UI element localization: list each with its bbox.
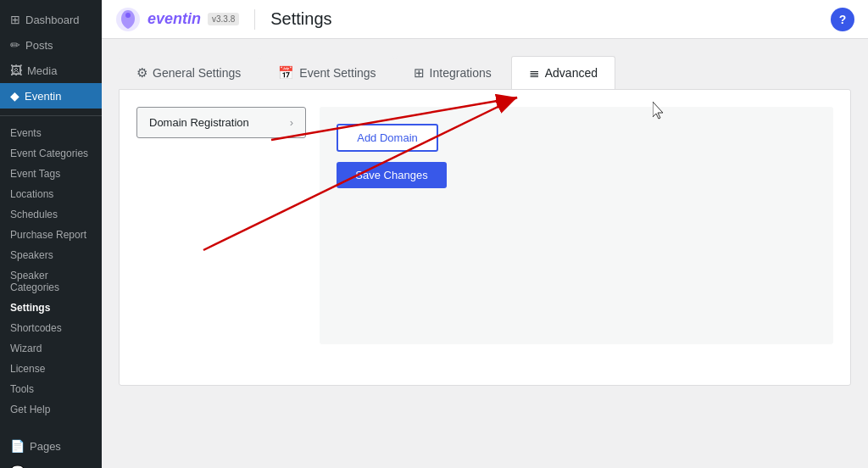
tab-event-settings[interactable]: 📅 Event Settings: [260, 56, 393, 89]
domain-registration-label: Domain Registration: [149, 116, 249, 129]
logo-name: eventin: [147, 10, 201, 28]
advanced-icon: ≣: [529, 65, 540, 81]
sidebar-menu-shortcodes[interactable]: Shortcodes: [0, 318, 102, 338]
sidebar-item-posts[interactable]: ✏ Posts: [0, 32, 102, 58]
content-area: ⚙ General Settings 📅 Event Settings ⊞ In…: [102, 39, 868, 468]
sidebar-item-eventin[interactable]: ◆ Eventin: [0, 83, 102, 109]
settings-content-area: Add Domain Save Changes: [320, 107, 833, 344]
sidebar-menu-wizard[interactable]: Wizard: [0, 338, 102, 359]
help-button[interactable]: ?: [831, 8, 854, 31]
settings-layout: Domain Registration › Add Domain Save Ch…: [136, 107, 833, 344]
sidebar: ⊞ Dashboard ✏ Posts 🖼 Media ◆ Eventin Ev…: [0, 0, 102, 468]
svg-point-1: [125, 13, 131, 18]
comments-icon: 💬: [10, 465, 25, 468]
eventin-icon: ◆: [10, 89, 19, 103]
tab-integrations[interactable]: ⊞ Integrations: [396, 56, 509, 89]
general-settings-icon: ⚙: [136, 65, 147, 81]
sidebar-item-label: Pages: [30, 440, 61, 453]
sidebar-item-label: Dashboard: [25, 14, 80, 26]
chevron-right-icon: ›: [290, 116, 293, 129]
tab-label: Advanced: [545, 66, 598, 80]
sidebar-menu-locations[interactable]: Locations: [0, 184, 102, 204]
sidebar-item-comments[interactable]: 💬 Comments: [0, 459, 102, 468]
posts-icon: ✏: [10, 38, 20, 52]
save-changes-button[interactable]: Save Changes: [337, 162, 447, 188]
tab-label: General Settings: [153, 66, 241, 80]
buttons-row: Add Domain Save Changes: [337, 124, 816, 188]
sidebar-item-label: Eventin: [25, 90, 61, 103]
page-title: Settings: [270, 9, 331, 29]
settings-sidebar: Domain Registration ›: [136, 107, 306, 344]
event-settings-icon: 📅: [278, 65, 294, 81]
eventin-submenu: Events Event Categories Event Tags Locat…: [0, 116, 102, 426]
pages-icon: 📄: [10, 439, 25, 453]
settings-tabs: ⚙ General Settings 📅 Event Settings ⊞ In…: [119, 56, 851, 89]
sidebar-menu-settings[interactable]: Settings: [0, 298, 102, 318]
logo-area: eventin v3.3.8: [115, 7, 239, 32]
tab-label: Integrations: [430, 66, 492, 80]
sidebar-item-label: Media: [27, 64, 57, 77]
version-badge: v3.3.8: [208, 13, 239, 25]
sidebar-menu-speakers[interactable]: Speakers: [0, 245, 102, 265]
media-icon: 🖼: [10, 64, 22, 77]
settings-panel: Domain Registration › Add Domain Save Ch…: [119, 89, 851, 386]
sidebar-menu-speaker-categories[interactable]: Speaker Categories: [0, 265, 102, 298]
eventin-logo-icon: [115, 7, 141, 32]
sidebar-menu-tools[interactable]: Tools: [0, 379, 102, 399]
topbar: eventin v3.3.8 Settings ?: [102, 0, 868, 39]
sidebar-menu-purchase-report[interactable]: Purchase Report: [0, 225, 102, 245]
add-domain-button[interactable]: Add Domain: [337, 124, 438, 152]
sidebar-item-pages[interactable]: 📄 Pages: [0, 433, 102, 459]
page-wrapper: eventin v3.3.8 Settings ? ⚙ General Sett…: [102, 0, 868, 468]
sidebar-menu-get-help[interactable]: Get Help: [0, 399, 102, 420]
sidebar-item-media[interactable]: 🖼 Media: [0, 58, 102, 83]
main-content: eventin v3.3.8 Settings ? ⚙ General Sett…: [102, 0, 868, 468]
sidebar-item-dashboard[interactable]: ⊞ Dashboard: [0, 7, 102, 32]
sidebar-menu-events[interactable]: Events: [0, 123, 102, 143]
topbar-divider: [254, 9, 255, 30]
sidebar-menu-event-categories[interactable]: Event Categories: [0, 143, 102, 164]
sidebar-item-label: Posts: [25, 39, 53, 52]
integrations-icon: ⊞: [414, 65, 425, 81]
domain-registration-item[interactable]: Domain Registration ›: [136, 107, 306, 138]
tab-label: Event Settings: [299, 66, 376, 80]
dashboard-icon: ⊞: [10, 13, 20, 26]
tab-advanced[interactable]: ≣ Advanced: [511, 56, 615, 89]
sidebar-menu-license[interactable]: License: [0, 359, 102, 379]
bottom-nav: 📄 Pages 💬 Comments ◇ Dokan ≡ WooCommerce…: [0, 426, 102, 468]
sidebar-top: ⊞ Dashboard ✏ Posts 🖼 Media ◆ Eventin: [0, 0, 102, 116]
sidebar-menu-event-tags[interactable]: Event Tags: [0, 164, 102, 184]
tab-general-settings[interactable]: ⚙ General Settings: [119, 56, 259, 89]
sidebar-item-label: Comments: [30, 465, 83, 469]
sidebar-menu-schedules[interactable]: Schedules: [0, 204, 102, 225]
